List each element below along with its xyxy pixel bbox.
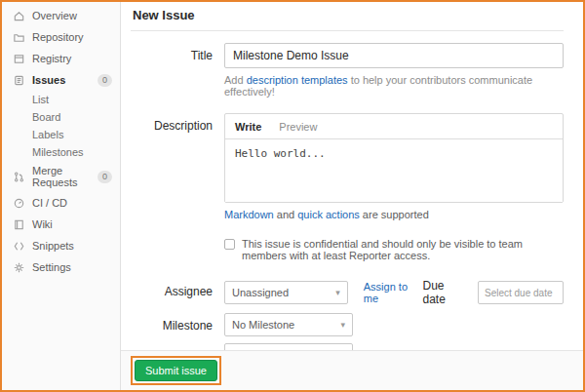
header-divider xyxy=(131,30,564,31)
merge-requests-icon xyxy=(12,170,25,183)
help-prefix: Add xyxy=(224,74,247,86)
milestone-dropdown[interactable]: No Milestone ▾ xyxy=(224,313,353,336)
description-row: Description Write Preview Hello world...… xyxy=(131,113,564,238)
markdown-help-text: Markdown and quick actions are supported xyxy=(224,209,564,220)
due-date-input[interactable] xyxy=(478,281,564,304)
assignee-value: Unassigned xyxy=(232,287,289,298)
confidential-text: This issue is confidential and should on… xyxy=(242,238,564,261)
sidebar-item-label: List xyxy=(32,94,49,105)
description-templates-link[interactable]: description templates xyxy=(247,74,348,86)
sidebar-item-label: Merge Requests xyxy=(32,165,91,188)
chevron-down-icon: ▾ xyxy=(340,320,345,330)
labels-row: Labels Labels ▾ xyxy=(131,343,564,350)
sidebar-item-issues-list[interactable]: List xyxy=(2,91,120,108)
sidebar-item-label: Issues xyxy=(32,74,65,86)
sidebar-item-snippets[interactable]: Snippets xyxy=(2,235,120,256)
issues-count-badge: 0 xyxy=(98,74,112,87)
description-textarea[interactable]: Hello world... xyxy=(225,139,563,202)
sidebar-item-issues-labels[interactable]: Labels xyxy=(2,126,120,143)
tab-preview[interactable]: Preview xyxy=(279,114,317,138)
confidential-label-spacer xyxy=(131,238,224,261)
main-content: New Issue Title Add description template… xyxy=(121,2,583,390)
sidebar-item-label: Board xyxy=(32,111,60,123)
tab-write[interactable]: Write xyxy=(235,114,261,138)
assignee-label: Assignee xyxy=(131,279,224,306)
labels-dropdown[interactable]: Labels ▾ xyxy=(224,343,353,350)
description-label: Description xyxy=(131,113,224,238)
registry-icon xyxy=(12,52,25,65)
sidebar-item-issues[interactable]: Issues 0 xyxy=(2,69,120,91)
sidebar-item-label: Repository xyxy=(32,31,84,43)
labels-label: Labels xyxy=(131,343,224,350)
milestone-value: No Milestone xyxy=(232,319,294,331)
due-date-label: Due date xyxy=(422,279,468,306)
description-editor: Write Preview Hello world... xyxy=(224,113,564,203)
assignee-dropdown[interactable]: Unassigned ▾ xyxy=(224,281,348,304)
sidebar-item-label: Milestones xyxy=(32,146,84,158)
markdown-help-suffix: are supported xyxy=(360,209,429,220)
sidebar-item-label: CI / CD xyxy=(32,197,67,209)
annotation-highlight-box: Submit issue xyxy=(131,356,221,385)
issue-title-input[interactable] xyxy=(224,43,564,68)
project-sidebar: Overview Repository Registry Issues 0 Li… xyxy=(2,2,121,390)
issues-icon xyxy=(12,73,25,87)
title-label: Title xyxy=(131,43,224,98)
editor-tabs: Write Preview xyxy=(225,114,563,139)
ci-cd-icon xyxy=(12,196,25,210)
merge-requests-count-badge: 0 xyxy=(98,171,112,183)
milestone-row: Milestone No Milestone ▾ xyxy=(131,313,564,336)
snippets-icon xyxy=(12,239,25,253)
assign-to-me-link[interactable]: Assign to me xyxy=(364,281,423,304)
markdown-help-and: and xyxy=(274,209,297,220)
confidential-row: This issue is confidential and should on… xyxy=(131,238,564,261)
sidebar-item-overview[interactable]: Overview xyxy=(2,5,120,26)
sidebar-item-ci-cd[interactable]: CI / CD xyxy=(2,192,120,214)
sidebar-item-settings[interactable]: Settings xyxy=(2,256,120,278)
milestone-label: Milestone xyxy=(131,313,224,336)
repository-icon xyxy=(12,30,25,44)
sidebar-item-label: Labels xyxy=(32,129,63,140)
sidebar-item-merge-requests[interactable]: Merge Requests 0 xyxy=(2,161,120,192)
page-title: New Issue xyxy=(133,8,564,22)
title-help-text: Add description templates to help your c… xyxy=(224,74,564,98)
sidebar-item-issues-board[interactable]: Board xyxy=(2,108,120,126)
confidential-checkbox[interactable] xyxy=(224,239,235,250)
form-footer: Submit issue xyxy=(121,350,583,390)
quick-actions-link[interactable]: quick actions xyxy=(297,209,360,220)
settings-icon xyxy=(12,260,25,274)
submit-issue-button[interactable]: Submit issue xyxy=(135,360,217,381)
sidebar-item-registry[interactable]: Registry xyxy=(2,48,120,69)
sidebar-item-repository[interactable]: Repository xyxy=(2,26,120,48)
sidebar-item-label: Registry xyxy=(32,53,71,64)
wiki-icon xyxy=(12,217,25,231)
sidebar-item-label: Snippets xyxy=(32,240,74,252)
markdown-link[interactable]: Markdown xyxy=(224,209,274,220)
sidebar-item-label: Overview xyxy=(32,10,77,21)
app-window: Overview Repository Registry Issues 0 Li… xyxy=(0,0,585,392)
sidebar-item-label: Wiki xyxy=(32,218,53,230)
title-row: Title Add description templates to help … xyxy=(131,43,564,98)
chevron-down-icon: ▾ xyxy=(335,288,340,297)
overview-icon xyxy=(12,9,25,22)
assignee-row: Assignee Unassigned ▾ Assign to me Due d… xyxy=(131,279,564,306)
sidebar-item-label: Settings xyxy=(32,261,71,273)
sidebar-item-wiki[interactable]: Wiki xyxy=(2,214,120,235)
sidebar-item-issues-milestones[interactable]: Milestones xyxy=(2,143,120,161)
